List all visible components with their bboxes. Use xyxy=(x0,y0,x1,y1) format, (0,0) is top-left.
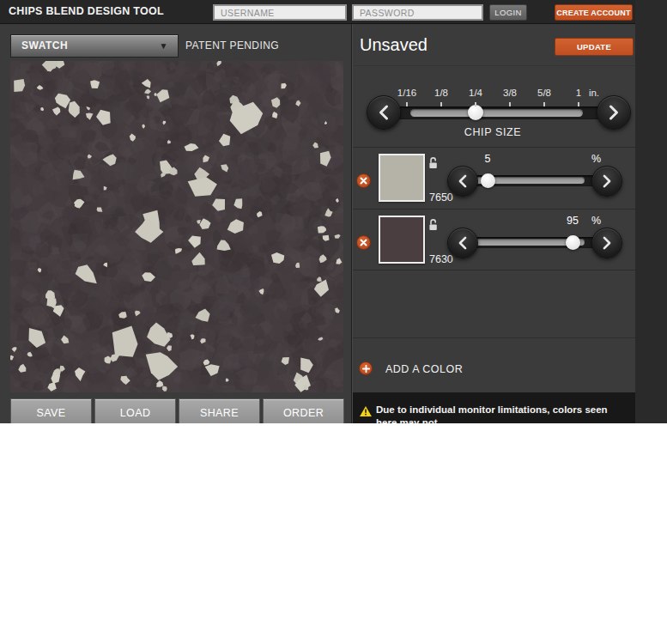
warning-line-1: Due to individual monitor limitations, c… xyxy=(376,404,629,423)
order-button[interactable]: ORDER xyxy=(263,398,344,423)
update-button[interactable]: UPDATE xyxy=(555,38,634,56)
save-button[interactable]: SAVE xyxy=(10,398,92,423)
color-swatch-fill xyxy=(380,217,423,262)
color-swatch[interactable] xyxy=(379,154,425,202)
chevron-left-icon xyxy=(377,104,391,121)
remove-color-button[interactable] xyxy=(356,173,371,188)
percent-value-rail: 95 xyxy=(476,215,585,227)
username-input[interactable] xyxy=(213,4,347,21)
chip-size-tick-mark xyxy=(475,102,476,106)
login-button[interactable]: LOGIN xyxy=(489,4,527,21)
percent-increase-button[interactable] xyxy=(591,228,622,258)
percent-sign: % xyxy=(591,215,601,227)
chip-size-label: CHIP SIZE xyxy=(407,126,579,138)
blend-status-title: Unsaved xyxy=(360,35,427,55)
unlock-icon[interactable] xyxy=(428,218,439,234)
x-icon xyxy=(360,239,367,246)
percent-value: 95 xyxy=(567,215,579,227)
app-title: CHIPS BLEND DESIGN TOOL xyxy=(9,0,164,23)
chevron-right-icon xyxy=(607,104,621,121)
percent-slider-track[interactable] xyxy=(476,177,585,184)
topbar: CHIPS BLEND DESIGN TOOL LOGIN CREATE ACC… xyxy=(0,0,635,24)
chip-size-tick-label: 3/8 xyxy=(503,88,517,98)
percent-slider-track[interactable] xyxy=(476,239,585,246)
chip-size-tick-label: 1/16 xyxy=(397,88,416,98)
unlock-icon[interactable] xyxy=(428,156,439,173)
chip-size-tick-mark xyxy=(406,102,408,106)
percent-value: 5 xyxy=(485,153,491,165)
color-code: 7630 xyxy=(429,253,453,265)
x-icon xyxy=(360,177,367,185)
chevron-left-icon xyxy=(457,173,469,189)
percent-value-rail: 5 xyxy=(476,153,585,165)
chevron-right-icon xyxy=(601,235,613,251)
chip-size-tick-mark xyxy=(440,102,442,106)
chip-size-tick-label: 5/8 xyxy=(537,88,551,98)
color-swatch[interactable] xyxy=(379,216,425,264)
color-row: 7650 5 % xyxy=(353,147,635,209)
chip-size-section: in. CHIP SIZE 1/161/81/43/85/81 xyxy=(353,65,635,146)
chevron-left-icon xyxy=(457,235,469,251)
chip-size-unit-label: in. xyxy=(589,88,599,98)
password-input[interactable] xyxy=(352,4,483,21)
chip-size-slider-track[interactable] xyxy=(410,109,583,117)
chip-size-tick-mark xyxy=(543,102,545,106)
chevron-right-icon xyxy=(601,173,613,189)
warning-icon xyxy=(360,404,372,420)
plus-icon xyxy=(359,361,373,375)
add-color-label: ADD A COLOR xyxy=(385,363,463,375)
percent-decrease-button[interactable] xyxy=(447,166,478,197)
add-color-button[interactable]: ADD A COLOR xyxy=(353,337,635,392)
percent-decrease-button[interactable] xyxy=(447,228,478,258)
percent-slider-thumb[interactable] xyxy=(566,235,580,250)
chip-size-increase-button[interactable] xyxy=(597,95,631,130)
load-button[interactable]: LOAD xyxy=(94,398,176,423)
percent-increase-button[interactable] xyxy=(591,166,622,197)
share-button[interactable]: SHARE xyxy=(179,398,260,423)
remove-color-button[interactable] xyxy=(356,235,371,250)
color-swatch-fill xyxy=(380,155,423,200)
chip-size-tick-mark xyxy=(578,102,579,106)
app-window: CHIPS BLEND DESIGN TOOL LOGIN CREATE ACC… xyxy=(0,0,667,423)
percent-slider-thumb[interactable] xyxy=(481,173,495,188)
swatch-dropdown[interactable]: SWATCH ▼ xyxy=(10,34,179,58)
left-panel: SWATCH ▼ PATENT PENDING SAVE LOAD SHARE … xyxy=(0,24,352,423)
patent-pending-label: PATENT PENDING xyxy=(185,34,279,58)
chevron-down-icon: ▼ xyxy=(160,35,168,58)
action-button-row: SAVE LOAD SHARE ORDER xyxy=(10,398,344,423)
chip-size-tick-label: 1/8 xyxy=(434,88,448,98)
swatch-preview-image xyxy=(10,61,343,392)
warning-text: Due to individual monitor limitations, c… xyxy=(376,404,629,423)
right-panel: Unsaved UPDATE in. CHIP SIZE 1/161/81/43… xyxy=(352,24,635,423)
chip-size-tick-label: 1/4 xyxy=(469,88,482,98)
color-code: 7650 xyxy=(429,191,453,204)
swatch-dropdown-label: SWATCH xyxy=(21,39,68,52)
chip-size-tick-mark xyxy=(509,102,511,106)
create-account-button[interactable]: CREATE ACCOUNT xyxy=(555,4,633,21)
percent-sign: % xyxy=(591,153,601,165)
chip-size-tick-label: 1 xyxy=(576,88,581,98)
color-disclaimer: Due to individual monitor limitations, c… xyxy=(353,392,635,423)
color-row: 7630 95 % xyxy=(353,209,635,270)
chip-size-slider-thumb[interactable] xyxy=(468,105,483,120)
chip-size-decrease-button[interactable] xyxy=(367,95,401,130)
